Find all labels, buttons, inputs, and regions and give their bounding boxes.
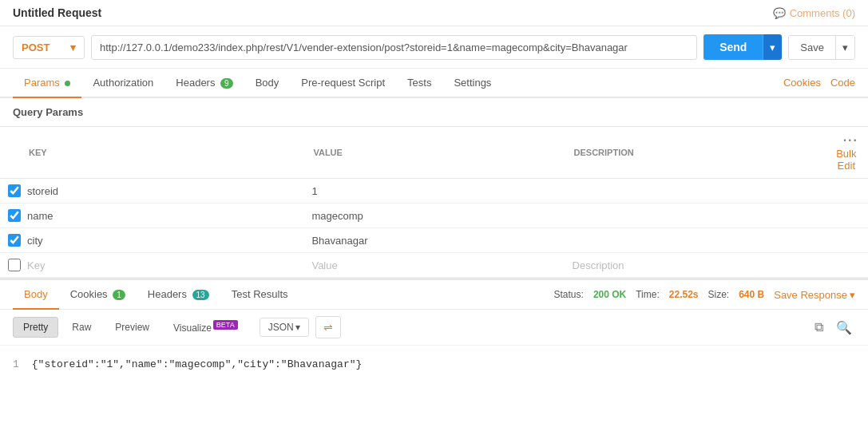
headers-resp-badge: 13 — [192, 290, 209, 300]
row-checkbox-0[interactable] — [8, 184, 21, 197]
size-label: Size: — [708, 289, 730, 300]
key-value-1: name — [27, 210, 54, 222]
fmt-tab-visualize[interactable]: VisualizeBETA — [163, 316, 248, 338]
wrap-button[interactable]: ⇌ — [315, 316, 341, 338]
fmt-tab-preview[interactable]: Preview — [105, 317, 160, 338]
resp-tab-body[interactable]: Body — [13, 280, 59, 310]
send-button[interactable]: Send — [704, 34, 763, 60]
table-row: Key Value Description — [0, 253, 868, 278]
format-right-actions: ⧉ 🔍 — [811, 317, 855, 338]
method-selector[interactable]: POST — [13, 36, 85, 59]
resp-tab-test-results[interactable]: Test Results — [220, 280, 299, 310]
code-line-1: 1 {"storeid":"1","name":"magecomp","city… — [13, 358, 855, 370]
request-tabs-bar: Params Authorization Headers 9 Body Pre-… — [0, 69, 868, 98]
col-header-key: KEY — [0, 127, 303, 179]
time-label: Time: — [636, 289, 660, 300]
save-response-button[interactable]: Save Response ▾ — [774, 289, 855, 301]
col-header-value: VALUE — [303, 127, 564, 179]
save-group: Save ▾ — [788, 35, 855, 60]
row-checkbox-3[interactable] — [8, 259, 21, 271]
comment-icon: 💬 — [773, 7, 786, 19]
bulk-edit-button[interactable]: Bulk Edit — [834, 148, 858, 172]
status-label: Status: — [554, 289, 584, 300]
col-header-actions: ··· Bulk Edit — [825, 127, 868, 179]
tab-params[interactable]: Params — [13, 69, 81, 98]
query-params-title: Query Params — [0, 98, 868, 126]
save-button[interactable]: Save — [789, 36, 835, 59]
size-value: 640 B — [739, 289, 764, 300]
cookies-link[interactable]: Cookies — [783, 77, 821, 89]
code-output-area: 1 {"storeid":"1","name":"magecomp","city… — [0, 346, 868, 383]
beta-badge: BETA — [213, 320, 238, 330]
code-link[interactable]: Code — [830, 77, 855, 89]
save-response-dropdown-icon: ▾ — [850, 289, 855, 301]
table-row: name magecomp — [0, 204, 868, 228]
tab-pre-request-script[interactable]: Pre-request Script — [290, 69, 396, 98]
desc-placeholder-3: Description — [573, 259, 624, 271]
key-placeholder-3: Key — [27, 259, 45, 271]
json-dropdown-icon: ▾ — [295, 322, 300, 333]
table-row: city Bhavanagar — [0, 228, 868, 253]
tab-headers[interactable]: Headers 9 — [164, 69, 244, 98]
tab-settings[interactable]: Settings — [442, 69, 502, 98]
value-cell-0: 1 — [311, 185, 317, 197]
tab-authorization[interactable]: Authorization — [81, 69, 164, 98]
json-selector[interactable]: JSON ▾ — [260, 318, 309, 337]
resp-tab-cookies[interactable]: Cookies 1 — [59, 280, 137, 310]
cookies-badge: 1 — [113, 290, 125, 300]
save-dropdown-button[interactable]: ▾ — [835, 36, 854, 59]
col-header-description: DESCRIPTION — [565, 127, 825, 179]
more-options-icon[interactable]: ··· — [843, 133, 858, 147]
status-value: 200 OK — [593, 289, 626, 300]
table-row: storeid 1 — [0, 179, 868, 204]
time-value: 22.52s — [669, 289, 699, 300]
tab-body[interactable]: Body — [244, 69, 291, 98]
tab-tests[interactable]: Tests — [396, 69, 442, 98]
fmt-tab-raw[interactable]: Raw — [61, 317, 101, 338]
row-checkbox-1[interactable] — [8, 209, 21, 222]
tab-right-links: Cookies Code — [783, 77, 855, 89]
fmt-tab-pretty[interactable]: Pretty — [13, 317, 58, 338]
key-value-0: storeid — [27, 185, 58, 197]
line-number: 1 — [13, 358, 19, 370]
search-button[interactable]: 🔍 — [833, 317, 855, 338]
format-bar: Pretty Raw Preview VisualizeBETA JSON ▾ … — [0, 310, 868, 346]
value-placeholder-3: Value — [311, 259, 337, 271]
value-cell-2: Bhavanagar — [311, 235, 367, 247]
send-group: Send ▾ — [704, 34, 782, 60]
resp-tab-headers[interactable]: Headers 13 — [137, 280, 220, 310]
send-dropdown-button[interactable]: ▾ — [763, 34, 782, 60]
status-area: Status: 200 OK Time: 22.52s Size: 640 B … — [554, 289, 855, 301]
params-active-dot — [65, 81, 70, 86]
method-dropdown-icon — [67, 42, 76, 53]
top-bar: Untitled Request 💬 Comments (0) — [0, 0, 868, 26]
copy-button[interactable]: ⧉ — [811, 317, 826, 338]
response-tabs-bar: Body Cookies 1 Headers 13 Test Results S… — [0, 278, 868, 310]
code-content: {"storeid":"1","name":"magecomp","city":… — [32, 358, 362, 370]
query-params-table: KEY VALUE DESCRIPTION ··· Bulk Edit stor… — [0, 126, 868, 278]
key-value-2: city — [27, 235, 43, 247]
url-input[interactable] — [91, 35, 697, 60]
request-title: Untitled Request — [13, 6, 101, 19]
value-cell-1: magecomp — [311, 210, 363, 222]
row-checkbox-2[interactable] — [8, 234, 21, 247]
headers-badge: 9 — [220, 78, 233, 89]
comments-button[interactable]: 💬 Comments (0) — [773, 7, 855, 19]
url-bar: POST Send ▾ Save ▾ — [0, 26, 868, 69]
